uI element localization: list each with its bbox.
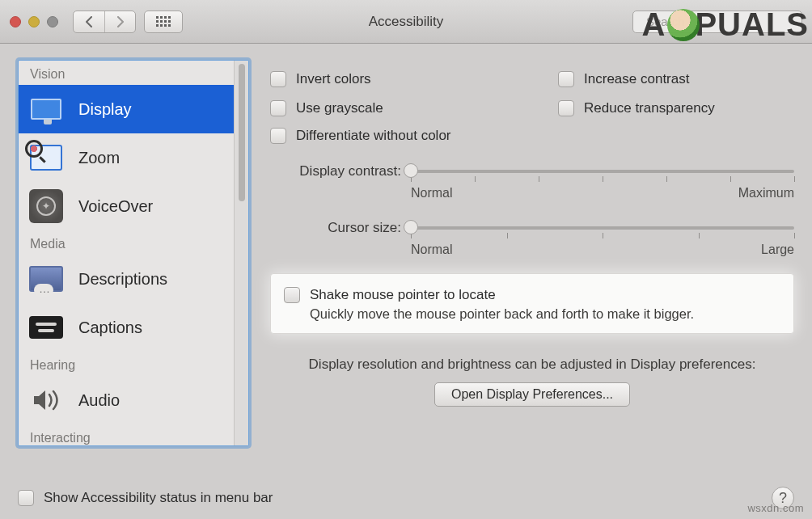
checkbox-reduce-transparency[interactable]: Reduce transparency — [558, 100, 794, 116]
sidebar-item-display[interactable]: Display — [19, 85, 234, 133]
window-toolbar: Accessibility — [0, 0, 812, 44]
sidebar-group-hearing: Hearing — [19, 352, 234, 376]
cursor-slider-label: Cursor size: — [270, 220, 401, 236]
shake-pointer-section: Shake mouse pointer to locate Quickly mo… — [270, 273, 794, 334]
window-title: Accessibility — [369, 14, 444, 30]
settings-pane: Invert colors Increase contrast Use gray… — [270, 60, 794, 407]
checkbox-label: Use grayscale — [296, 100, 383, 116]
sidebar-item-zoom[interactable]: Zoom — [19, 133, 234, 182]
sidebar-item-label: Zoom — [78, 149, 120, 167]
sidebar-item-label: VoiceOver — [78, 197, 153, 216]
category-sidebar: Vision Display Zoom ✦ VoiceOver Media De… — [18, 60, 249, 446]
search-field-wrap[interactable] — [632, 11, 802, 33]
shake-pointer-description: Quickly move the mouse pointer back and … — [310, 306, 780, 322]
slider-track — [411, 170, 794, 173]
sidebar-item-descriptions[interactable]: Descriptions — [19, 255, 234, 303]
slider-thumb[interactable] — [404, 220, 418, 234]
search-input[interactable] — [645, 14, 801, 29]
zoom-window-button[interactable] — [47, 16, 58, 27]
checkbox-label: Invert colors — [296, 71, 371, 87]
close-window-button[interactable] — [10, 16, 21, 27]
sidebar-scrollbar[interactable] — [234, 61, 248, 445]
checkbox-label: Shake mouse pointer to locate — [310, 287, 496, 303]
checkbox-icon — [284, 287, 300, 303]
zoom-icon — [28, 140, 64, 175]
resolution-note: Display resolution and brightness can be… — [270, 357, 794, 373]
help-button[interactable]: ? — [772, 487, 794, 509]
forward-button[interactable] — [104, 11, 135, 32]
checkbox-icon — [558, 100, 574, 116]
checkbox-label: Increase contrast — [584, 71, 689, 87]
checkbox-menubar-status[interactable]: Show Accessibility status in menu bar — [18, 490, 273, 506]
sidebar-item-label: Audio — [78, 391, 120, 410]
checkbox-use-grayscale[interactable]: Use grayscale — [270, 100, 463, 116]
checkbox-icon — [270, 128, 286, 144]
descriptions-icon — [28, 261, 64, 297]
cursor-min-caption: Normal — [411, 243, 453, 257]
grid-icon — [156, 16, 171, 27]
contrast-min-caption: Normal — [411, 186, 453, 200]
checkbox-icon — [558, 71, 574, 87]
sidebar-item-label: Captions — [78, 319, 142, 337]
checkbox-invert-colors[interactable]: Invert colors — [270, 71, 463, 87]
checkbox-icon — [18, 490, 34, 506]
slider-thumb[interactable] — [404, 163, 418, 178]
contrast-max-caption: Maximum — [738, 186, 794, 200]
back-button[interactable] — [74, 11, 104, 32]
slider-track — [411, 226, 794, 230]
checkbox-shake-pointer[interactable]: Shake mouse pointer to locate — [284, 287, 780, 303]
sidebar-group-media: Media — [19, 230, 234, 255]
sidebar-item-audio[interactable]: Audio — [19, 376, 234, 424]
help-icon: ? — [779, 490, 787, 507]
sidebar-item-voiceover[interactable]: ✦ VoiceOver — [19, 182, 234, 230]
open-display-preferences-button[interactable]: Open Display Preferences... — [434, 382, 630, 407]
checkbox-label: Reduce transparency — [584, 100, 715, 116]
sidebar-item-label: Descriptions — [78, 270, 167, 289]
nav-segment — [73, 11, 136, 33]
slider-ticks — [411, 233, 794, 239]
checkbox-icon — [270, 71, 286, 87]
cursor-max-caption: Large — [761, 243, 794, 257]
checkbox-icon — [270, 100, 286, 116]
slider-ticks — [411, 176, 794, 183]
minimize-window-button[interactable] — [28, 16, 40, 27]
cursor-slider[interactable] — [411, 218, 794, 238]
sidebar-group-vision: Vision — [19, 61, 234, 85]
display-icon — [28, 91, 64, 127]
sidebar-item-label: Display — [78, 100, 132, 119]
voiceover-icon: ✦ — [28, 188, 64, 224]
show-all-button[interactable] — [144, 11, 183, 33]
captions-icon — [28, 310, 64, 345]
audio-icon — [28, 382, 64, 418]
checkbox-differentiate[interactable]: Differentiate without color — [270, 128, 794, 144]
contrast-slider[interactable] — [411, 162, 794, 181]
checkbox-label: Differentiate without color — [296, 128, 451, 144]
scrollbar-thumb[interactable] — [239, 64, 245, 201]
traffic-lights — [10, 16, 58, 27]
checkbox-increase-contrast[interactable]: Increase contrast — [558, 71, 794, 87]
sidebar-group-interacting: Interacting — [19, 424, 234, 445]
checkbox-label: Show Accessibility status in menu bar — [44, 490, 273, 506]
contrast-slider-label: Display contrast: — [270, 163, 401, 179]
sidebar-item-captions[interactable]: Captions — [19, 303, 234, 352]
